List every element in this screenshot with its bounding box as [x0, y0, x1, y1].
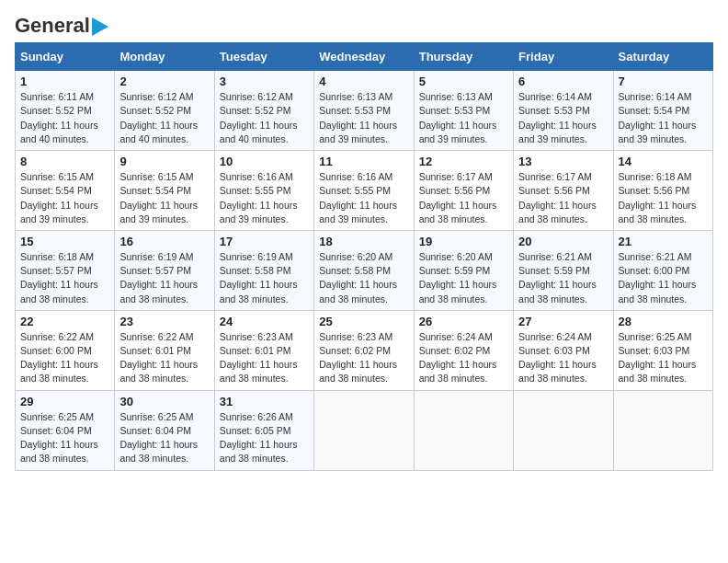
logo-general: General — [15, 14, 90, 37]
day-info: Sunrise: 6:18 AMSunset: 5:57 PMDaylight:… — [20, 250, 109, 306]
logo: General — [15, 15, 108, 33]
day-number: 22 — [20, 315, 109, 328]
calendar-cell: 23Sunrise: 6:22 AMSunset: 6:01 PMDayligh… — [115, 310, 214, 390]
calendar-cell: 2Sunrise: 6:12 AMSunset: 5:52 PMDaylight… — [115, 71, 214, 151]
day-number: 1 — [20, 75, 109, 88]
day-info: Sunrise: 6:17 AMSunset: 5:56 PMDaylight:… — [518, 170, 608, 226]
day-number: 8 — [20, 155, 109, 168]
day-number: 30 — [119, 395, 209, 408]
calendar-cell: 24Sunrise: 6:23 AMSunset: 6:01 PMDayligh… — [214, 310, 313, 390]
day-info: Sunrise: 6:22 AMSunset: 6:01 PMDaylight:… — [119, 330, 209, 386]
day-info: Sunrise: 6:12 AMSunset: 5:52 PMDaylight:… — [220, 90, 309, 146]
day-info: Sunrise: 6:25 AMSunset: 6:04 PMDaylight:… — [119, 410, 209, 466]
calendar-cell: 6Sunrise: 6:14 AMSunset: 5:53 PMDaylight… — [514, 71, 613, 151]
calendar-cell: 8Sunrise: 6:15 AMSunset: 5:54 PMDaylight… — [16, 151, 115, 231]
day-number: 4 — [319, 75, 408, 88]
calendar-cell: 19Sunrise: 6:20 AMSunset: 5:59 PMDayligh… — [414, 230, 513, 310]
day-info: Sunrise: 6:24 AMSunset: 6:02 PMDaylight:… — [419, 330, 508, 386]
day-number: 18 — [319, 235, 408, 248]
weekday-header-wednesday: Wednesday — [314, 43, 414, 71]
calendar-cell: 31Sunrise: 6:26 AMSunset: 6:05 PMDayligh… — [214, 390, 313, 470]
day-info: Sunrise: 6:15 AMSunset: 5:54 PMDaylight:… — [20, 170, 109, 226]
calendar-cell: 20Sunrise: 6:21 AMSunset: 5:59 PMDayligh… — [514, 230, 613, 310]
day-number: 13 — [518, 155, 608, 168]
day-number: 14 — [619, 155, 708, 168]
calendar-cell — [613, 390, 712, 470]
calendar-cell — [414, 390, 513, 470]
calendar-cell: 21Sunrise: 6:21 AMSunset: 6:00 PMDayligh… — [613, 230, 712, 310]
day-info: Sunrise: 6:25 AMSunset: 6:04 PMDaylight:… — [20, 410, 109, 466]
day-number: 12 — [419, 155, 508, 168]
day-info: Sunrise: 6:19 AMSunset: 5:58 PMDaylight:… — [220, 250, 309, 306]
weekday-header-saturday: Saturday — [613, 43, 712, 71]
weekday-header-friday: Friday — [514, 43, 613, 71]
day-number: 2 — [119, 75, 209, 88]
day-number: 5 — [419, 75, 508, 88]
day-info: Sunrise: 6:11 AMSunset: 5:52 PMDaylight:… — [20, 90, 109, 146]
day-info: Sunrise: 6:22 AMSunset: 6:00 PMDaylight:… — [20, 330, 109, 386]
calendar-cell: 1Sunrise: 6:11 AMSunset: 5:52 PMDaylight… — [16, 71, 115, 151]
weekday-header-tuesday: Tuesday — [214, 43, 313, 71]
weekday-header-thursday: Thursday — [414, 43, 513, 71]
calendar-cell: 17Sunrise: 6:19 AMSunset: 5:58 PMDayligh… — [214, 230, 313, 310]
day-number: 17 — [220, 235, 309, 248]
day-number: 26 — [419, 315, 508, 328]
calendar-cell: 4Sunrise: 6:13 AMSunset: 5:53 PMDaylight… — [314, 71, 414, 151]
day-number: 25 — [319, 315, 408, 328]
calendar-cell: 25Sunrise: 6:23 AMSunset: 6:02 PMDayligh… — [314, 310, 414, 390]
calendar-cell — [514, 390, 613, 470]
calendar-cell: 14Sunrise: 6:18 AMSunset: 5:56 PMDayligh… — [613, 151, 712, 231]
day-info: Sunrise: 6:15 AMSunset: 5:54 PMDaylight:… — [119, 170, 209, 226]
day-info: Sunrise: 6:21 AMSunset: 6:00 PMDaylight:… — [619, 250, 708, 306]
calendar-cell: 11Sunrise: 6:16 AMSunset: 5:55 PMDayligh… — [314, 151, 414, 231]
day-number: 21 — [619, 235, 708, 248]
day-number: 3 — [220, 75, 309, 88]
day-number: 31 — [220, 395, 309, 408]
weekday-header-sunday: Sunday — [16, 43, 115, 71]
day-number: 28 — [619, 315, 708, 328]
day-info: Sunrise: 6:13 AMSunset: 5:53 PMDaylight:… — [419, 90, 508, 146]
day-number: 29 — [20, 395, 109, 408]
day-info: Sunrise: 6:18 AMSunset: 5:56 PMDaylight:… — [619, 170, 708, 226]
calendar-cell — [314, 390, 414, 470]
calendar-cell: 29Sunrise: 6:25 AMSunset: 6:04 PMDayligh… — [16, 390, 115, 470]
day-info: Sunrise: 6:16 AMSunset: 5:55 PMDaylight:… — [220, 170, 309, 226]
calendar-cell: 30Sunrise: 6:25 AMSunset: 6:04 PMDayligh… — [115, 390, 214, 470]
day-info: Sunrise: 6:16 AMSunset: 5:55 PMDaylight:… — [319, 170, 408, 226]
day-number: 27 — [518, 315, 608, 328]
day-info: Sunrise: 6:14 AMSunset: 5:54 PMDaylight:… — [619, 90, 708, 146]
calendar-cell: 22Sunrise: 6:22 AMSunset: 6:00 PMDayligh… — [16, 310, 115, 390]
calendar-cell: 15Sunrise: 6:18 AMSunset: 5:57 PMDayligh… — [16, 230, 115, 310]
day-number: 20 — [518, 235, 608, 248]
logo-arrow-icon — [92, 17, 108, 36]
calendar-cell: 9Sunrise: 6:15 AMSunset: 5:54 PMDaylight… — [115, 151, 214, 231]
calendar-cell: 16Sunrise: 6:19 AMSunset: 5:57 PMDayligh… — [115, 230, 214, 310]
day-info: Sunrise: 6:24 AMSunset: 6:03 PMDaylight:… — [518, 330, 608, 386]
day-number: 6 — [518, 75, 608, 88]
calendar-cell: 10Sunrise: 6:16 AMSunset: 5:55 PMDayligh… — [214, 151, 313, 231]
day-number: 10 — [220, 155, 309, 168]
weekday-header-monday: Monday — [115, 43, 214, 71]
day-number: 9 — [119, 155, 209, 168]
day-info: Sunrise: 6:26 AMSunset: 6:05 PMDaylight:… — [220, 410, 309, 466]
calendar-cell: 27Sunrise: 6:24 AMSunset: 6:03 PMDayligh… — [514, 310, 613, 390]
calendar-cell: 28Sunrise: 6:25 AMSunset: 6:03 PMDayligh… — [613, 310, 712, 390]
day-number: 11 — [319, 155, 408, 168]
day-info: Sunrise: 6:23 AMSunset: 6:01 PMDaylight:… — [220, 330, 309, 386]
day-number: 16 — [119, 235, 209, 248]
day-info: Sunrise: 6:14 AMSunset: 5:53 PMDaylight:… — [518, 90, 608, 146]
day-number: 7 — [619, 75, 708, 88]
calendar-cell: 5Sunrise: 6:13 AMSunset: 5:53 PMDaylight… — [414, 71, 513, 151]
calendar-cell: 18Sunrise: 6:20 AMSunset: 5:58 PMDayligh… — [314, 230, 414, 310]
day-number: 24 — [220, 315, 309, 328]
calendar-cell: 7Sunrise: 6:14 AMSunset: 5:54 PMDaylight… — [613, 71, 712, 151]
day-info: Sunrise: 6:12 AMSunset: 5:52 PMDaylight:… — [119, 90, 209, 146]
day-number: 19 — [419, 235, 508, 248]
day-info: Sunrise: 6:17 AMSunset: 5:56 PMDaylight:… — [419, 170, 508, 226]
calendar-cell: 12Sunrise: 6:17 AMSunset: 5:56 PMDayligh… — [414, 151, 513, 231]
calendar-table: SundayMondayTuesdayWednesdayThursdayFrid… — [15, 42, 713, 470]
day-info: Sunrise: 6:20 AMSunset: 5:59 PMDaylight:… — [419, 250, 508, 306]
day-info: Sunrise: 6:13 AMSunset: 5:53 PMDaylight:… — [319, 90, 408, 146]
day-number: 15 — [20, 235, 109, 248]
day-info: Sunrise: 6:19 AMSunset: 5:57 PMDaylight:… — [119, 250, 209, 306]
